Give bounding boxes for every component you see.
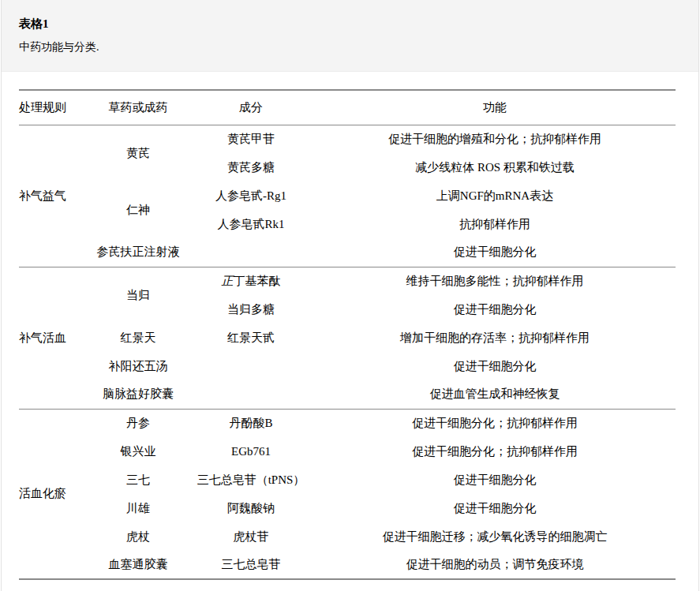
table-container: 处理规则 草药或成药 成分 功能 补气益气黄芪黄芪甲苷促进干细胞的增殖和分化；抗… <box>2 72 698 580</box>
function-cell: 抗抑郁样作用 <box>314 210 676 238</box>
rule-group: 活血化瘀丹参丹酚酸B促进干细胞分化；抗抑郁样作用银兴业EGb761促进干细胞分化… <box>19 409 676 579</box>
table-row: 川雄阿魏酸钠促进干细胞分化 <box>19 494 676 522</box>
herb-cell: 川雄 <box>88 494 188 522</box>
rule-group: 补气活血当归正丁基苯酞维持干细胞多能性；抗抑郁样作用当归多糖促进干细胞分化红景天… <box>19 267 676 409</box>
herb-cell: 参芪扶正注射液 <box>88 238 188 267</box>
herb-cell: 血塞通胶囊 <box>88 551 188 579</box>
table-row: 参芪扶正注射液促进干细胞分化 <box>19 238 676 267</box>
table-row: 补气活血当归正丁基苯酞维持干细胞多能性；抗抑郁样作用 <box>19 267 676 295</box>
herb-cell: 脑脉益好胶囊 <box>88 380 188 409</box>
component-cell: 人参皂甙Rk1 <box>188 210 314 238</box>
function-cell: 促进干细胞分化 <box>314 466 676 494</box>
herb-cell: 丹参 <box>88 409 188 437</box>
component-cell: 黄芪甲苷 <box>188 125 314 153</box>
table-title: 表格1 <box>19 17 681 31</box>
tcm-functions-table: 处理规则 草药或成药 成分 功能 补气益气黄芪黄芪甲苷促进干细胞的增殖和分化；抗… <box>19 89 676 580</box>
component-cell: 三七总皂苷 <box>188 551 314 579</box>
function-cell: 促进干细胞分化；抗抑郁样作用 <box>314 409 676 437</box>
treatment-rule-cell: 补气益气 <box>19 125 88 267</box>
table-subtitle: 中药功能与分类. <box>19 40 681 54</box>
component-cell: 人参皂甙-Rg1 <box>188 181 314 210</box>
herb-cell: 黄芪 <box>88 125 188 181</box>
function-cell: 增加干细胞的存活率；抗抑郁样作用 <box>314 324 676 352</box>
function-cell: 促进干细胞迁移；减少氧化诱导的细胞凋亡 <box>314 522 676 551</box>
herb-cell: 三七 <box>88 466 188 494</box>
table-row: 血塞通胶囊三七总皂苷促进干细胞的动员；调节免疫环境 <box>19 551 676 579</box>
function-cell: 减少线粒体 ROS 积累和铁过载 <box>314 153 676 181</box>
col-header-function: 功能 <box>314 90 676 125</box>
component-cell: 黄芪多糖 <box>188 153 314 181</box>
table-header-row: 处理规则 草药或成药 成分 功能 <box>19 90 676 125</box>
component-cell: 虎杖苷 <box>188 522 314 551</box>
table-row: 补气益气黄芪黄芪甲苷促进干细胞的增殖和分化；抗抑郁样作用 <box>19 125 676 153</box>
function-cell: 促进干细胞分化 <box>314 295 676 324</box>
table-row: 银兴业EGb761促进干细胞分化；抗抑郁样作用 <box>19 437 676 466</box>
component-cell: 正丁基苯酞 <box>188 267 314 295</box>
component-cell: 三七总皂苷（tPNS） <box>188 466 314 494</box>
component-cell <box>188 352 314 380</box>
component-italic-prefix: 正 <box>222 275 234 287</box>
treatment-rule-cell: 补气活血 <box>19 267 88 409</box>
component-cell <box>188 238 314 267</box>
herb-cell: 仁神 <box>88 181 188 238</box>
treatment-rule-cell: 活血化瘀 <box>19 409 88 579</box>
function-cell: 促进干细胞分化 <box>314 494 676 522</box>
table-row: 仁神人参皂甙-Rg1上调NGF的mRNA表达 <box>19 181 676 210</box>
col-header-component: 成分 <box>188 90 314 125</box>
component-cell: EGb761 <box>188 437 314 466</box>
rule-group: 补气益气黄芪黄芪甲苷促进干细胞的增殖和分化；抗抑郁样作用黄芪多糖减少线粒体 RO… <box>19 125 676 267</box>
table-row: 脑脉益好胶囊促进血管生成和神经恢复 <box>19 380 676 409</box>
component-cell <box>188 380 314 409</box>
component-cell: 红景天甙 <box>188 324 314 352</box>
function-cell: 促进干细胞分化；抗抑郁样作用 <box>314 437 676 466</box>
component-cell: 当归多糖 <box>188 295 314 324</box>
component-cell: 丹酚酸B <box>188 409 314 437</box>
table-row: 虎杖虎杖苷促进干细胞迁移；减少氧化诱导的细胞凋亡 <box>19 522 676 551</box>
herb-cell: 银兴业 <box>88 437 188 466</box>
col-header-herb-or-medicine: 草药或成药 <box>88 90 188 125</box>
function-cell: 促进干细胞的增殖和分化；抗抑郁样作用 <box>314 125 676 153</box>
table-row: 活血化瘀丹参丹酚酸B促进干细胞分化；抗抑郁样作用 <box>19 409 676 437</box>
function-cell: 上调NGF的mRNA表达 <box>314 181 676 210</box>
herb-cell: 红景天 <box>88 324 188 352</box>
table-caption-block: 表格1 中药功能与分类. <box>2 0 698 72</box>
component-cell: 阿魏酸钠 <box>188 494 314 522</box>
col-header-treatment-rule: 处理规则 <box>19 90 88 125</box>
function-cell: 促进干细胞分化 <box>314 352 676 380</box>
function-cell: 维持干细胞多能性；抗抑郁样作用 <box>314 267 676 295</box>
herb-cell: 虎杖 <box>88 522 188 551</box>
table-row: 补阳还五汤促进干细胞分化 <box>19 352 676 380</box>
function-cell: 促进干细胞分化 <box>314 238 676 267</box>
herb-cell: 当归 <box>88 267 188 324</box>
paper-page: 表格1 中药功能与分类. 处理规则 草药或成药 成分 功能 补气益气黄芪黄芪甲苷… <box>1 0 699 591</box>
function-cell: 促进干细胞的动员；调节免疫环境 <box>314 551 676 579</box>
function-cell: 促进血管生成和神经恢复 <box>314 380 676 409</box>
table-row: 红景天红景天甙增加干细胞的存活率；抗抑郁样作用 <box>19 324 676 352</box>
herb-cell: 补阳还五汤 <box>88 352 188 380</box>
table-row: 三七三七总皂苷（tPNS）促进干细胞分化 <box>19 466 676 494</box>
